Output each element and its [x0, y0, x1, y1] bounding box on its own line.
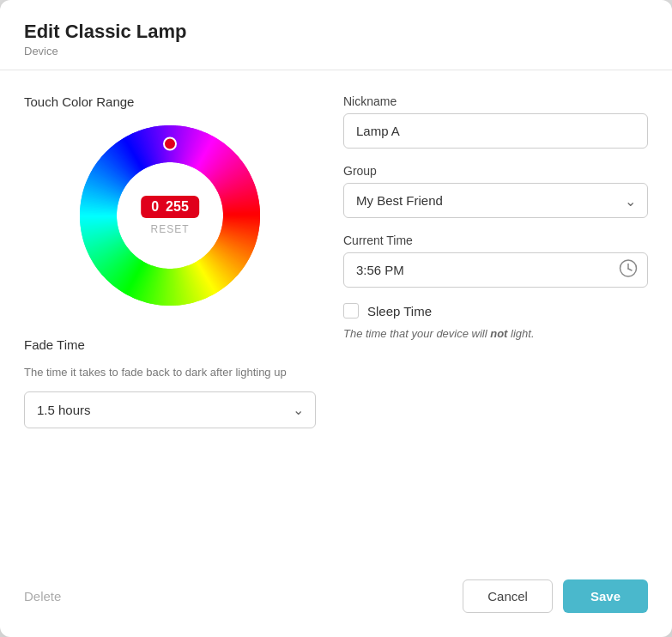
fade-time-select[interactable]: 0.5 hours1 hour1.5 hours2 hours3 hours4 … [24, 391, 316, 428]
dialog-title: Edit Classic Lamp [24, 21, 648, 43]
wheel-val-min: 0 [151, 199, 159, 215]
fade-time-select-wrapper: 0.5 hours1 hour1.5 hours2 hours3 hours4 … [24, 391, 316, 428]
current-time-input-wrapper [343, 252, 648, 288]
current-time-field-group: Current Time [343, 234, 648, 288]
sleep-desc-text: The time that your device will [343, 327, 490, 340]
color-wheel-container[interactable]: 0 255 RESET [76, 121, 264, 310]
nickname-input[interactable] [343, 113, 648, 149]
group-field-group: Group My Best FriendLiving RoomBedroomOf… [343, 164, 648, 218]
group-select[interactable]: My Best FriendLiving RoomBedroomOffice [343, 183, 648, 218]
current-time-label: Current Time [343, 234, 648, 247]
left-panel: Touch Color Range [24, 94, 316, 559]
fade-time-section: Fade Time The time it takes to fade back… [24, 337, 316, 428]
dialog-header: Edit Classic Lamp Device [0, 0, 672, 70]
sleep-desc-end: light. [507, 327, 534, 340]
fade-time-label: Fade Time [24, 337, 316, 352]
dialog-subtitle: Device [24, 45, 648, 58]
fade-time-description: The time it takes to fade back to dark a… [24, 364, 316, 381]
delete-button[interactable]: Delete [24, 580, 61, 612]
sleep-time-label: Sleep Time [367, 304, 432, 318]
dialog-footer: Delete Cancel Save [0, 559, 672, 637]
nickname-field-group: Nickname [343, 94, 648, 149]
dialog-body: Touch Color Range [0, 70, 672, 559]
wheel-values: 0 255 [141, 196, 199, 218]
cancel-button[interactable]: Cancel [463, 579, 553, 613]
current-time-input[interactable] [343, 252, 648, 288]
sleep-desc-bold: not [490, 327, 507, 340]
wheel-reset-button[interactable]: RESET [150, 223, 189, 235]
footer-right: Cancel Save [463, 579, 648, 613]
wheel-val-max: 255 [166, 199, 189, 215]
color-range-label: Touch Color Range [24, 94, 316, 109]
save-button[interactable]: Save [563, 579, 648, 613]
right-panel: Nickname Group My Best FriendLiving Room… [343, 94, 648, 559]
sleep-time-description: The time that your device will not light… [343, 325, 648, 343]
edit-dialog: Edit Classic Lamp Device Touch Color Ran… [0, 0, 672, 637]
sleep-time-section: Sleep Time The time that your device wil… [343, 303, 648, 343]
group-select-wrapper: My Best FriendLiving RoomBedroomOffice ⌄ [343, 183, 648, 218]
sleep-time-checkbox[interactable] [343, 303, 359, 318]
nickname-label: Nickname [343, 94, 648, 108]
wheel-center: 0 255 RESET [141, 196, 199, 235]
sleep-time-row: Sleep Time [343, 303, 648, 318]
color-wheel-wrapper: 0 255 RESET [24, 121, 316, 310]
group-label: Group [343, 164, 648, 178]
